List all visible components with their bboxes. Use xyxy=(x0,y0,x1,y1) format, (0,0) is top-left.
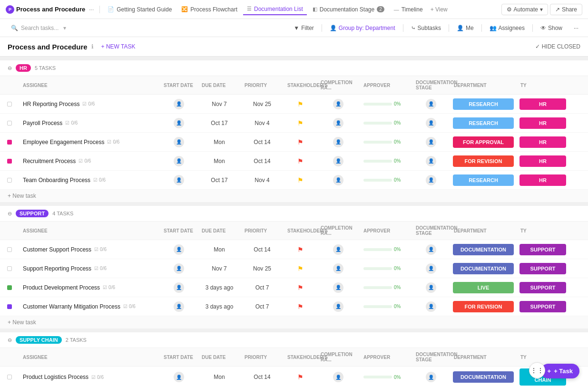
completion-rate-cell: 0% xyxy=(360,156,412,165)
checklist-icon: ☑ xyxy=(107,139,111,145)
task-checkbox[interactable] xyxy=(0,247,19,252)
task-checkbox[interactable] xyxy=(0,285,19,290)
task-name-cell[interactable]: Support Reporting Process ☑ 0/6 xyxy=(19,262,160,275)
automate-button[interactable]: ⚙ Automate ▾ xyxy=(501,4,548,15)
dept-cell: SUPPORT xyxy=(517,242,569,257)
show-button[interactable]: 👁 Show xyxy=(537,23,566,33)
approver-avatar[interactable]: 👤 xyxy=(426,137,436,147)
task-row[interactable]: Employee Engagement Process ☑ 0/6 👤 Mon … xyxy=(0,133,588,152)
add-task-float-button[interactable]: + + Task xyxy=(541,364,579,378)
progress-percent: 0% xyxy=(394,375,401,380)
assignee-avatar[interactable]: 👤 xyxy=(174,118,184,128)
assignee-avatar[interactable]: 👤 xyxy=(174,244,184,255)
task-checkbox[interactable] xyxy=(0,266,19,271)
stakeholder-avatar[interactable]: 👤 xyxy=(333,372,343,382)
share-button[interactable]: ↗ Share xyxy=(550,4,582,15)
info-icon[interactable]: ℹ xyxy=(91,43,94,50)
task-name-cell[interactable]: Customer Warranty Mitigation Process ☑ 0… xyxy=(19,300,160,313)
me-button[interactable]: 👤 Me xyxy=(453,23,478,33)
group-toggle-support[interactable]: ⊖ xyxy=(8,211,12,217)
tab-timeline[interactable]: — Timeline xyxy=(390,4,427,15)
task-checkbox[interactable] xyxy=(0,102,19,106)
search-box[interactable]: 🔍 Search tasks... ▾ xyxy=(6,22,71,34)
stakeholder-avatar[interactable]: 👤 xyxy=(333,156,343,166)
task-checkbox[interactable] xyxy=(0,159,19,164)
task-name-cell[interactable]: HR Reporting Process ☑ 0/6 xyxy=(19,98,160,110)
new-task-header-button[interactable]: + NEW TASK xyxy=(98,42,139,51)
new-task-row-hr[interactable]: + New task xyxy=(0,190,588,202)
task-row[interactable]: Team Onboarding Process ☑ 0/6 👤 Oct 17 N… xyxy=(0,171,588,190)
progress-percent: 0% xyxy=(394,266,401,271)
task-row[interactable]: Support Reporting Process ☑ 0/6 👤 Nov 7 … xyxy=(0,259,588,278)
task-name-cell[interactable]: Team Onboarding Process ☑ 0/6 xyxy=(19,174,160,186)
assignee-avatar[interactable]: 👤 xyxy=(174,372,184,382)
assignee-avatar[interactable]: 👤 xyxy=(174,137,184,147)
assignee-avatar[interactable]: 👤 xyxy=(174,175,184,185)
stakeholder-avatar[interactable]: 👤 xyxy=(333,137,343,147)
task-checkbox[interactable] xyxy=(0,140,19,145)
group-by-button[interactable]: 👤 Group by: Department xyxy=(326,23,399,33)
stakeholder-avatar[interactable]: 👤 xyxy=(333,263,343,274)
stakeholder-avatar[interactable]: 👤 xyxy=(333,99,343,109)
tab-getting-started[interactable]: 📄 Getting Started Guide xyxy=(104,4,176,15)
tab-process-flowchart[interactable]: 🔀 Process Flowchart xyxy=(177,4,241,15)
stakeholder-avatar[interactable]: 👤 xyxy=(333,118,343,128)
approver-avatar[interactable]: 👤 xyxy=(426,282,436,293)
task-name-cell[interactable]: Product Development Process ☑ 0/6 xyxy=(19,281,160,294)
task-row[interactable]: Payroll Process ☑ 0/6 👤 Oct 17 Nov 4 ⚑ 👤… xyxy=(0,114,588,133)
task-row[interactable]: Product Logistics Process ☑ 0/6 👤 Mon Oc… xyxy=(0,367,588,387)
automate-label: Automate xyxy=(514,6,538,13)
stakeholder-avatar[interactable]: 👤 xyxy=(333,175,343,185)
task-name-cell[interactable]: Product Logistics Process ☑ 0/6 xyxy=(19,371,160,383)
task-checkbox[interactable] xyxy=(0,121,19,126)
approver-avatar[interactable]: 👤 xyxy=(426,301,436,312)
stakeholder-avatar[interactable]: 👤 xyxy=(333,244,343,255)
type-cell xyxy=(569,121,588,125)
tab-documentation-stage[interactable]: ◧ Documentation Stage 2 xyxy=(309,4,388,15)
approver-avatar[interactable]: 👤 xyxy=(426,118,436,128)
group-count-hr: 5 TASKS xyxy=(35,65,56,71)
assignees-label: Assignees xyxy=(499,25,525,31)
group-toggle-hr[interactable]: ⊖ xyxy=(8,65,12,71)
task-name-cell[interactable]: Employee Engagement Process ☑ 0/6 xyxy=(19,136,160,148)
approver-avatar[interactable]: 👤 xyxy=(426,175,436,185)
task-name-cell[interactable]: Customer Support Process ☑ 0/6 xyxy=(19,243,160,256)
approver-avatar[interactable]: 👤 xyxy=(426,244,436,255)
due-date: Oct 14 xyxy=(241,244,284,255)
doc-stage-badge: FOR APPROVAL xyxy=(453,136,514,148)
col-headers-support: ASSIGNEESTART DATEDUE DATEPRIORITYSTAKEH… xyxy=(0,222,588,240)
approver-avatar[interactable]: 👤 xyxy=(426,156,436,166)
stakeholder-avatar[interactable]: 👤 xyxy=(333,282,343,293)
subtasks-button[interactable]: ⤷ Subtasks xyxy=(407,23,445,33)
filter-button[interactable]: ▼ Filter xyxy=(290,23,318,33)
task-row[interactable]: Customer Support Process ☑ 0/6 👤 Mon Oct… xyxy=(0,240,588,259)
add-view-btn[interactable]: + View xyxy=(429,4,450,15)
assignee-avatar[interactable]: 👤 xyxy=(174,301,184,312)
new-task-row-support[interactable]: + New task xyxy=(0,316,588,329)
assignee-avatar[interactable]: 👤 xyxy=(174,282,184,293)
more-options-button[interactable]: ··· xyxy=(570,23,582,33)
task-row[interactable]: Recruitment Process ☑ 0/6 👤 Mon Oct 14 ⚑… xyxy=(0,152,588,171)
task-row[interactable]: Customer Warranty Mitigation Process ☑ 0… xyxy=(0,297,588,316)
task-checkbox[interactable] xyxy=(0,304,19,309)
stakeholder-avatar[interactable]: 👤 xyxy=(333,301,343,312)
group-toggle-supply-chain[interactable]: ⊖ xyxy=(8,337,12,343)
approver-avatar[interactable]: 👤 xyxy=(426,263,436,274)
group-badge-hr: HR xyxy=(16,64,31,72)
grid-view-icon[interactable]: ⋮⋮ xyxy=(529,362,545,378)
task-row[interactable]: Product Development Process ☑ 0/6 👤 3 da… xyxy=(0,278,588,297)
app-menu-dots[interactable]: ··· xyxy=(87,5,96,14)
tab-documentation-list[interactable]: ☰ Documentation List xyxy=(243,4,307,15)
task-row[interactable]: HR Reporting Process ☑ 0/6 👤 Nov 7 Nov 2… xyxy=(0,95,588,114)
task-name-cell[interactable]: Recruitment Process ☑ 0/6 xyxy=(19,155,160,167)
assignee-avatar[interactable]: 👤 xyxy=(174,156,184,166)
task-name-cell[interactable]: Payroll Process ☑ 0/6 xyxy=(19,117,160,129)
task-checkbox[interactable] xyxy=(0,375,19,379)
task-checkbox[interactable] xyxy=(0,178,19,183)
approver-avatar[interactable]: 👤 xyxy=(426,372,436,382)
assignee-avatar[interactable]: 👤 xyxy=(174,99,184,109)
assignees-button[interactable]: 👥 Assignees xyxy=(486,23,529,33)
approver-avatar[interactable]: 👤 xyxy=(426,99,436,109)
hide-closed-button[interactable]: ✓ HIDE CLOSED xyxy=(535,43,580,50)
assignee-avatar[interactable]: 👤 xyxy=(174,263,184,274)
